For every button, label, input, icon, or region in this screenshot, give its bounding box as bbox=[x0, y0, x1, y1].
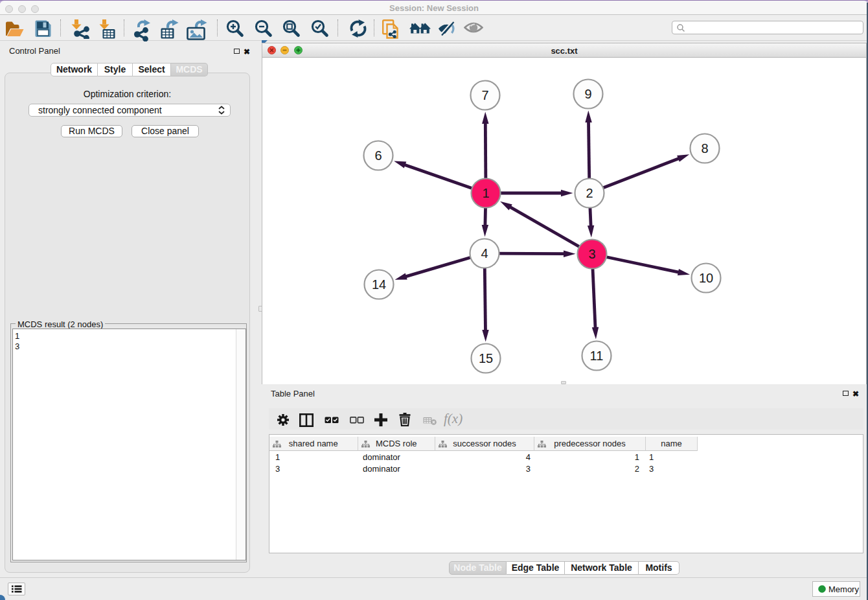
svg-text:8: 8 bbox=[701, 141, 708, 156]
svg-text:10: 10 bbox=[699, 271, 713, 285]
svg-text:7: 7 bbox=[481, 88, 488, 102]
svg-text:2: 2 bbox=[586, 186, 593, 200]
svg-text:6: 6 bbox=[374, 148, 382, 163]
svg-text:15: 15 bbox=[479, 351, 493, 365]
svg-text:1: 1 bbox=[482, 186, 489, 200]
svg-text:3: 3 bbox=[588, 247, 595, 261]
svg-text:11: 11 bbox=[590, 349, 604, 363]
svg-text:4: 4 bbox=[481, 246, 488, 260]
svg-text:9: 9 bbox=[584, 87, 591, 101]
svg-text:14: 14 bbox=[372, 277, 386, 292]
